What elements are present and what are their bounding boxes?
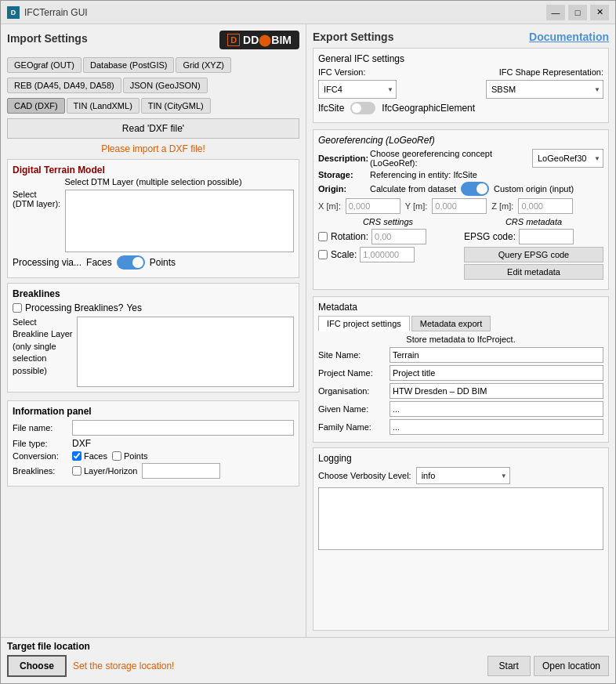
breaklines-info-label: Breaklines: — [13, 466, 67, 476]
choose-button[interactable]: Choose — [7, 655, 67, 677]
import-title: Import Settings — [7, 32, 88, 45]
start-button[interactable]: Start — [487, 656, 531, 676]
origin-toggle[interactable] — [461, 182, 489, 196]
crs-metadata-col: CRS metadata EPSG code: Query EPSG code … — [464, 217, 603, 281]
scale-checkbox[interactable] — [318, 250, 328, 259]
close-button[interactable]: ✕ — [590, 5, 609, 20]
breaklines-row: Processing Breaklines? Yes — [13, 302, 294, 313]
verbosity-select[interactable]: debug info warning error — [416, 467, 510, 484]
tab-reb[interactable]: REB (DA45, DA49, DA58) — [7, 78, 121, 93]
crs-metadata-title: CRS metadata — [464, 217, 603, 226]
metadata-title: Metadata — [318, 302, 603, 313]
logeoref-wrapper: LoGeoRef30 — [532, 149, 603, 168]
org-input[interactable] — [390, 383, 603, 399]
z-input[interactable] — [518, 198, 573, 214]
origin-row: Origin: Calculate from dataset Custom or… — [318, 182, 603, 196]
layer-horizon-input[interactable] — [142, 463, 220, 479]
points-label: Points — [150, 257, 176, 268]
conversion-faces-text: Faces — [84, 451, 107, 461]
y-label: Y [m]: — [405, 201, 428, 211]
query-epsg-button[interactable]: Query EPSG code — [464, 247, 603, 262]
breaklines-layer-list[interactable] — [77, 317, 294, 387]
right-header: Export Settings Documentation — [313, 31, 609, 43]
tab-ifc-project[interactable]: IFC project settings — [318, 316, 410, 331]
epsg-input[interactable] — [519, 229, 574, 244]
tab-tin-city[interactable]: TIN (CityGML) — [141, 98, 211, 114]
project-name-input[interactable] — [390, 365, 603, 381]
ifc-shape-select[interactable]: SBSM — [486, 80, 603, 99]
ifc-version-select[interactable]: IFC4 — [318, 80, 397, 99]
conversion-points-label: Points — [112, 451, 148, 461]
documentation-link[interactable]: Documentation — [529, 31, 609, 43]
org-label: Organisation: — [318, 386, 385, 396]
layer-horizon-text: Layer/Horizon — [84, 466, 137, 476]
verbosity-label: Choose Verbosity Level: — [318, 471, 411, 480]
store-text: Store metadata to IfcProject. — [318, 335, 603, 344]
crs-row: CRS settings Rotation: Scale: — [318, 217, 603, 281]
processing-row: Processing via... Faces Points — [13, 252, 294, 273]
family-name-row: Family Name: — [318, 419, 603, 435]
file-name-input[interactable] — [72, 420, 294, 436]
edit-metadata-button[interactable]: Edit metadata — [464, 264, 603, 280]
tab-metadata-export[interactable]: Metadata export — [411, 316, 491, 331]
family-name-input[interactable] — [390, 419, 603, 435]
tab-json[interactable]: JSON (GeoJSON) — [123, 78, 208, 93]
logging-textarea[interactable] — [318, 487, 603, 550]
tab-geograf[interactable]: GEOgraf (OUT) — [7, 57, 82, 73]
x-input[interactable] — [346, 198, 400, 214]
read-file-button[interactable]: Read 'DXF file' — [7, 118, 299, 139]
site-name-label: Site Name: — [318, 350, 385, 360]
layer-horizon-checkbox[interactable] — [72, 466, 82, 476]
format-tabs-2: REB (DA45, DA49, DA58) JSON (GeoJSON) — [7, 78, 299, 93]
tab-grid[interactable]: Grid (XYZ) — [176, 57, 231, 73]
minimize-button[interactable]: — — [546, 5, 565, 20]
dtm-body: Select (DTM layer): — [13, 190, 294, 252]
org-row: Organisation: — [318, 383, 603, 399]
site-name-input[interactable] — [390, 347, 603, 363]
layer-horizon-label: Layer/Horizon — [72, 466, 137, 476]
toggle-knob — [132, 257, 143, 268]
conversion-points-checkbox[interactable] — [112, 451, 121, 461]
logging-title: Logging — [318, 453, 603, 464]
breaklines-title: Breaklines — [13, 288, 294, 299]
breaklines-select-label: SelectBreakline Layer(only singleselecti… — [13, 317, 72, 377]
dtm-subtitle: Select DTM Layer (multiple selection pos… — [13, 177, 294, 186]
given-name-input[interactable] — [390, 401, 603, 417]
dtm-layer-list[interactable] — [65, 190, 294, 252]
tab-database[interactable]: Database (PostGIS) — [83, 57, 174, 73]
open-location-button[interactable]: Open location — [534, 656, 609, 676]
right-panel: Export Settings Documentation General IF… — [306, 24, 615, 637]
info-panel: Information panel File name: File type: … — [7, 400, 299, 487]
georef-section: Georeferencing (LoGeoRef) Description: C… — [313, 129, 609, 290]
conversion-faces-checkbox[interactable] — [72, 451, 82, 461]
ifc-site-toggle[interactable] — [350, 102, 375, 114]
tab-cad[interactable]: CAD (DXF) — [7, 98, 65, 114]
description-label: Description: — [318, 154, 365, 163]
ifc-version-label: IFC Version: — [318, 67, 381, 77]
ifc-settings-section: General IFC settings IFC Version: IFC Sh… — [313, 48, 609, 123]
origin-label: Origin: — [318, 184, 365, 194]
file-type-value: DXF — [72, 438, 91, 449]
dtm-section: Digital Terrain Model Select DTM Layer (… — [7, 159, 299, 278]
conversion-faces-label: Faces — [72, 451, 107, 461]
given-name-label: Given Name: — [318, 404, 385, 414]
breaklines-checkbox[interactable] — [13, 303, 22, 313]
target-section: Target file location Choose Set the stor… — [1, 637, 615, 683]
logeoref-select[interactable]: LoGeoRef30 — [532, 149, 603, 168]
rotation-checkbox[interactable] — [318, 232, 328, 241]
ifc-toggle-row: IfcSite IfcGeographicElement — [318, 102, 603, 114]
storage-row: Storage: Referencing in entity: IfcSite — [318, 170, 603, 179]
ifc-version-row: IFC Version: IFC Shape Representation: — [318, 67, 603, 77]
y-input[interactable] — [432, 198, 487, 214]
processing-toggle[interactable] — [117, 255, 145, 270]
breaklines-body: SelectBreakline Layer(only singleselecti… — [13, 317, 294, 387]
dtm-layer-label: Select (DTM layer): — [13, 190, 60, 208]
scale-input[interactable] — [360, 247, 415, 262]
tab-tin-land[interactable]: TIN (LandXML) — [67, 98, 140, 114]
breaklines-section: Breaklines Processing Breaklines? Yes Se… — [7, 283, 299, 393]
rotation-input[interactable] — [371, 229, 426, 244]
epsg-item: EPSG code: — [464, 229, 603, 244]
file-name-label: File name: — [13, 423, 67, 432]
breaklines-processing-label: Processing Breaklines? — [25, 302, 123, 313]
maximize-button[interactable]: □ — [568, 5, 587, 20]
